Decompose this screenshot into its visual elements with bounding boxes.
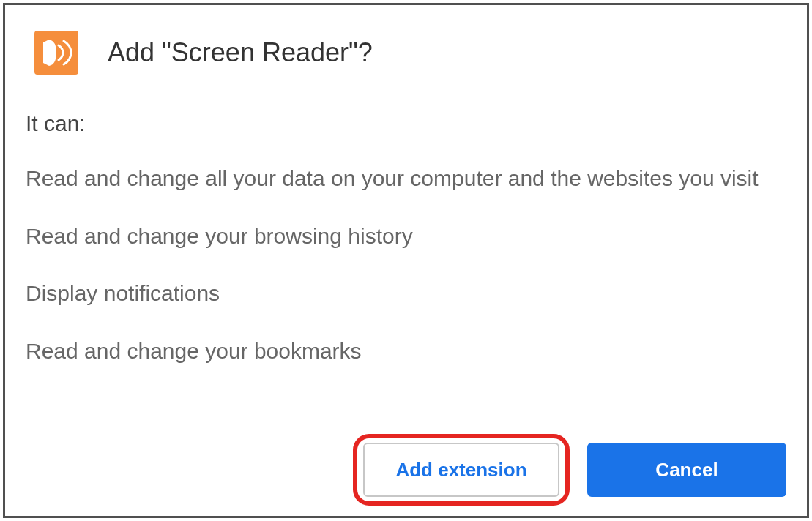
dialog-body: It can: Read and change all your data on…	[5, 97, 807, 368]
screen-reader-icon	[34, 31, 78, 75]
cancel-button[interactable]: Cancel	[587, 443, 786, 497]
add-extension-button[interactable]: Add extension	[363, 443, 559, 497]
permission-item: Read and change your bookmarks	[26, 334, 786, 369]
dialog-header: Add "Screen Reader"?	[5, 5, 807, 97]
highlight-annotation: Add extension	[353, 434, 570, 506]
permission-item: Read and change your browsing history	[26, 220, 786, 254]
dialog-footer: Add extension Cancel	[353, 434, 786, 506]
extension-install-dialog: Add "Screen Reader"? It can: Read and ch…	[3, 3, 809, 518]
permission-item: Display notifications	[26, 277, 786, 311]
permission-item: Read and change all your data on your co…	[26, 162, 786, 196]
permissions-label: It can:	[26, 111, 786, 136]
dialog-title: Add "Screen Reader"?	[108, 37, 373, 68]
